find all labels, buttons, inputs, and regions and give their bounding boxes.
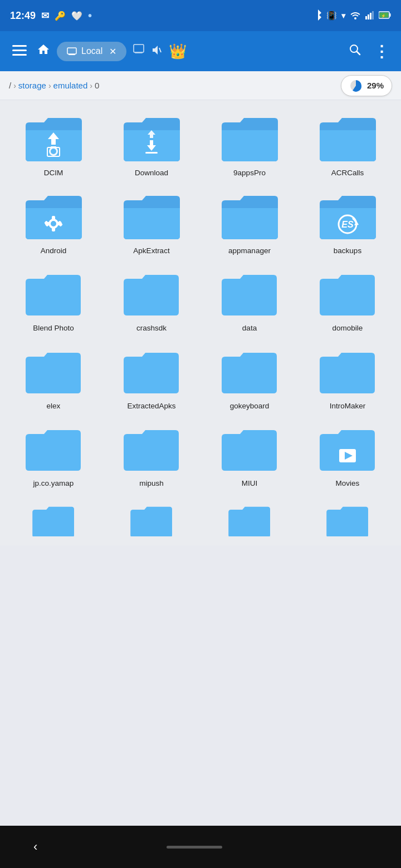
breadcrumb-emulated[interactable]: emulated bbox=[53, 81, 88, 90]
folder-partial-1[interactable] bbox=[7, 497, 100, 536]
bottom-nav-bar: ‹ bbox=[0, 826, 401, 868]
status-time: 12:49 bbox=[10, 10, 36, 22]
folder-apkextract[interactable]: ApkExtract bbox=[105, 187, 198, 260]
folder-9appspro-label: 9appsPro bbox=[233, 168, 266, 178]
svg-rect-3 bbox=[372, 11, 374, 19]
breadcrumb-storage[interactable]: storage bbox=[18, 81, 46, 90]
folder-partial-4[interactable] bbox=[301, 497, 394, 536]
root-slash: / bbox=[9, 81, 11, 90]
svg-rect-23 bbox=[51, 146, 56, 148]
svg-rect-8 bbox=[12, 45, 27, 47]
folder-movies-label: Movies bbox=[336, 479, 360, 489]
folder-data-label: data bbox=[242, 323, 257, 333]
svg-rect-26 bbox=[145, 152, 158, 154]
home-button[interactable] bbox=[37, 43, 50, 60]
folder-download-label: Download bbox=[135, 168, 168, 178]
folder-dcim-label: DCIM bbox=[44, 168, 63, 178]
signal-icon bbox=[365, 11, 374, 21]
folder-gokeyboard[interactable]: gokeyboard bbox=[203, 342, 296, 416]
app-bar: Local ✕ 👑 ⋮ bbox=[0, 31, 401, 71]
folder-backups-label: backups bbox=[334, 246, 361, 256]
crown-icon: 👑 bbox=[169, 43, 187, 60]
bluetooth-icon bbox=[314, 9, 322, 22]
folder-android-label: Android bbox=[41, 246, 67, 256]
location-icon: ▾ bbox=[341, 11, 345, 20]
folder-intromaker[interactable]: IntroMaker bbox=[301, 342, 394, 416]
folder-download[interactable]: Download bbox=[105, 109, 198, 183]
folder-partial-2[interactable] bbox=[105, 497, 198, 536]
svg-rect-29 bbox=[52, 216, 55, 220]
folder-data[interactable]: data bbox=[203, 264, 296, 338]
folder-apkextract-label: ApkExtract bbox=[133, 246, 169, 256]
storage-pie-chart bbox=[349, 79, 363, 92]
svg-rect-10 bbox=[12, 54, 27, 56]
folder-blendphoto[interactable]: Blend Photo bbox=[7, 264, 100, 338]
audio-icon[interactable] bbox=[151, 45, 162, 58]
folder-gokeyboard-label: gokeyboard bbox=[230, 401, 270, 411]
svg-rect-0 bbox=[365, 16, 367, 19]
svg-rect-2 bbox=[370, 13, 371, 19]
folder-partial-3[interactable] bbox=[203, 497, 296, 536]
folder-appmanager[interactable]: appmanager bbox=[203, 187, 296, 260]
close-tab-button[interactable]: ✕ bbox=[109, 46, 116, 57]
menu-button[interactable] bbox=[9, 40, 30, 63]
folder-mipush[interactable]: mipush bbox=[105, 420, 198, 493]
folder-elex-label: elex bbox=[47, 401, 61, 411]
folder-miui[interactable]: MIUI bbox=[203, 420, 296, 493]
svg-line-17 bbox=[357, 52, 360, 55]
folder-backups[interactable]: ES backups bbox=[301, 187, 394, 260]
svg-point-28 bbox=[52, 221, 56, 225]
back-button[interactable]: ‹ bbox=[33, 840, 37, 854]
breadcrumb: / › storage › emulated › 0 bbox=[9, 81, 341, 90]
storage-badge: 29% bbox=[341, 75, 392, 96]
folder-acrcalls[interactable]: ACRCalls bbox=[301, 109, 394, 183]
svg-rect-30 bbox=[52, 228, 55, 231]
folder-jpcojamap-label: jp.co.yamap bbox=[33, 479, 74, 489]
folder-jpcojamap[interactable]: jp.co.yamap bbox=[7, 420, 100, 493]
folder-crashsdk-label: crashsdk bbox=[136, 323, 167, 333]
vibrate-icon: 📳 bbox=[326, 11, 337, 21]
svg-rect-11 bbox=[67, 48, 76, 54]
svg-text:ES: ES bbox=[341, 220, 354, 229]
heart-icon: 🤍 bbox=[71, 11, 82, 21]
folder-9appspro[interactable]: 9appsPro bbox=[203, 109, 296, 183]
folder-android[interactable]: Android bbox=[7, 187, 100, 260]
file-grid: DCIM Download 9appsPro bbox=[0, 100, 401, 545]
svg-rect-1 bbox=[368, 14, 369, 19]
svg-line-15 bbox=[159, 48, 161, 52]
folder-appmanager-label: appmanager bbox=[228, 246, 271, 256]
folder-miui-label: MIUI bbox=[242, 479, 258, 489]
battery-icon: ⚡ bbox=[379, 11, 391, 21]
folder-extractedapks-label: ExtractedApks bbox=[127, 401, 175, 411]
svg-rect-9 bbox=[12, 50, 27, 51]
folder-blendphoto-label: Blend Photo bbox=[33, 323, 74, 333]
more-button[interactable]: ⋮ bbox=[371, 40, 392, 63]
svg-text:⚡: ⚡ bbox=[381, 13, 386, 18]
folder-movies[interactable]: Movies bbox=[301, 420, 394, 493]
folder-domobile-label: domobile bbox=[332, 323, 363, 333]
dot-icon: • bbox=[88, 9, 92, 22]
folder-intromaker-label: IntroMaker bbox=[330, 401, 366, 411]
breadcrumb-0: 0 bbox=[95, 81, 99, 90]
storage-percent: 29% bbox=[367, 81, 384, 90]
folder-extractedapks[interactable]: ExtractedApks bbox=[105, 342, 198, 416]
svg-rect-5 bbox=[390, 13, 391, 17]
folder-mipush-label: mipush bbox=[139, 479, 164, 489]
local-tab[interactable]: Local ✕ bbox=[57, 42, 126, 61]
folder-crashsdk[interactable]: crashsdk bbox=[105, 264, 198, 338]
folder-elex[interactable]: elex bbox=[7, 342, 100, 416]
folder-dcim[interactable]: DCIM bbox=[7, 109, 100, 183]
search-button[interactable] bbox=[346, 41, 364, 62]
breadcrumb-bar: / › storage › emulated › 0 29% bbox=[0, 71, 401, 100]
local-tab-label: Local bbox=[81, 46, 102, 56]
svg-rect-13 bbox=[134, 45, 144, 52]
home-pill[interactable] bbox=[167, 846, 222, 849]
gmail-icon: ✉ bbox=[41, 10, 49, 22]
new-tab-button[interactable] bbox=[133, 44, 144, 58]
svg-rect-14 bbox=[135, 52, 143, 53]
folder-acrcalls-label: ACRCalls bbox=[331, 168, 364, 178]
key-icon: 🔑 bbox=[55, 11, 66, 21]
status-bar: 12:49 ✉ 🔑 🤍 • 📳 ▾ bbox=[0, 0, 401, 31]
wifi-icon bbox=[350, 11, 361, 21]
folder-domobile[interactable]: domobile bbox=[301, 264, 394, 338]
